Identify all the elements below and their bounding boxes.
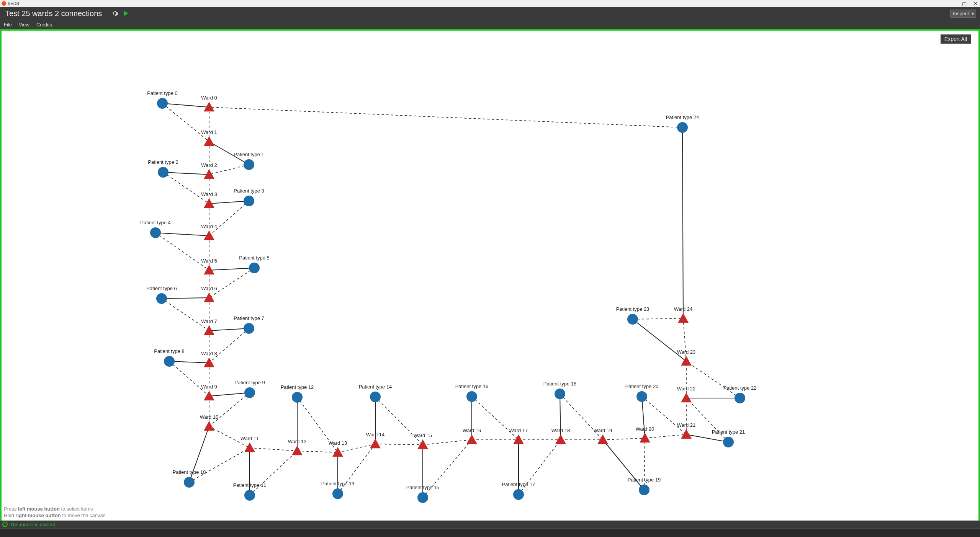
patient-node[interactable] [249,263,260,273]
patient-node[interactable] [639,485,650,495]
edge [163,172,209,175]
canvas[interactable]: Export All Patient type 0Patient type 1P… [0,29,980,521]
chevron-down-icon: ▾ [972,11,974,16]
ward-node[interactable] [513,434,524,444]
edge [642,397,686,434]
edge [162,103,209,107]
patient-node[interactable] [466,391,477,402]
ward-label: Ward 15 [414,433,432,438]
ward-node[interactable] [466,434,477,444]
hint1-bold: left mouse button [18,506,60,512]
hint1-pre: Press [4,506,18,512]
close-button[interactable]: ✕ [973,1,978,7]
patient-node[interactable] [735,393,745,403]
edge [209,268,254,298]
ward-node[interactable] [370,439,381,448]
edge [163,172,209,204]
patient-node[interactable] [513,489,524,500]
patient-node[interactable] [157,98,168,109]
edge [603,438,645,440]
edge [189,448,250,482]
edge [423,440,472,498]
ward-node[interactable] [681,429,692,439]
patient-label: Patient type 6 [146,286,177,291]
ward-node[interactable] [681,393,692,402]
patient-node[interactable] [244,159,254,170]
patient-node[interactable] [244,323,254,334]
ward-node[interactable] [640,433,650,442]
edge [209,268,254,270]
inspect-dropdown[interactable]: Inspect ▾ [950,10,976,18]
patient-label: Patient type 24 [666,114,699,120]
patient-node[interactable] [555,388,565,399]
patient-node[interactable] [156,293,167,304]
minimize-button[interactable]: — [950,1,955,7]
patient-node[interactable] [292,392,303,403]
ward-node[interactable] [204,421,214,431]
patient-node[interactable] [723,437,734,447]
patient-node[interactable] [164,356,175,367]
edge [209,426,250,448]
edge [519,440,561,495]
menu-credits[interactable]: Credits [36,22,52,28]
patient-node[interactable] [627,314,638,325]
edge [209,142,249,165]
ward-node[interactable] [332,447,343,457]
edge [162,298,209,299]
os-taskbar[interactable] [0,528,980,537]
ward-node[interactable] [204,357,214,367]
patient-node[interactable] [244,490,255,501]
edge [338,444,375,452]
edge [162,299,209,331]
edge [155,233,209,236]
patient-node[interactable] [184,477,195,488]
edge [209,328,249,331]
patient-label: Patient type 5 [239,255,270,261]
patient-node[interactable] [244,387,255,398]
patient-node[interactable] [370,392,381,402]
ward-node[interactable] [678,313,689,323]
os-titlebar: BEDS — ▢ ✕ [0,0,980,7]
edge [209,393,250,426]
patient-node[interactable] [244,196,254,206]
patient-node[interactable] [677,122,688,133]
menu-file[interactable]: File [4,22,12,28]
patient-node[interactable] [158,167,169,178]
patient-label: Patient type 23 [616,306,650,312]
patient-label: Patient type 2 [148,159,178,165]
patient-label: Patient type 18 [543,381,577,387]
edge [633,318,683,319]
ward-label: Ward 0 [201,95,217,101]
maximize-button[interactable]: ▢ [962,1,967,7]
patient-node[interactable] [636,391,647,402]
ward-node[interactable] [244,442,255,452]
os-app-name: BEDS [8,1,19,6]
patient-label: Patient type 7 [234,315,264,321]
edge [209,393,250,396]
ward-label: Ward 11 [241,436,259,441]
graph-svg[interactable]: Patient type 0Patient type 1Patient type… [2,31,978,521]
edge [633,319,686,361]
ward-node[interactable] [204,292,214,302]
menu-view[interactable]: View [19,22,29,28]
ward-node[interactable] [555,434,566,444]
check-icon: ✓ [2,522,8,527]
hint2-suf: to move the canvas [61,513,105,518]
edge [645,434,686,438]
edge [209,201,249,236]
edge [155,233,209,270]
ward-node[interactable] [292,446,303,455]
edge [560,394,603,440]
ward-node[interactable] [204,136,214,146]
export-all-button[interactable]: Export All [941,34,971,44]
patient-node[interactable] [417,492,428,503]
patient-node[interactable] [332,488,343,499]
edge [642,397,645,438]
gear-icon[interactable] [111,10,119,17]
hint2-bold: right mouse button [15,513,61,518]
patient-label: Patient type 21 [712,429,745,435]
patient-node[interactable] [150,227,161,238]
ward-node[interactable] [681,356,692,366]
play-icon[interactable] [122,10,129,17]
edge [250,448,297,451]
